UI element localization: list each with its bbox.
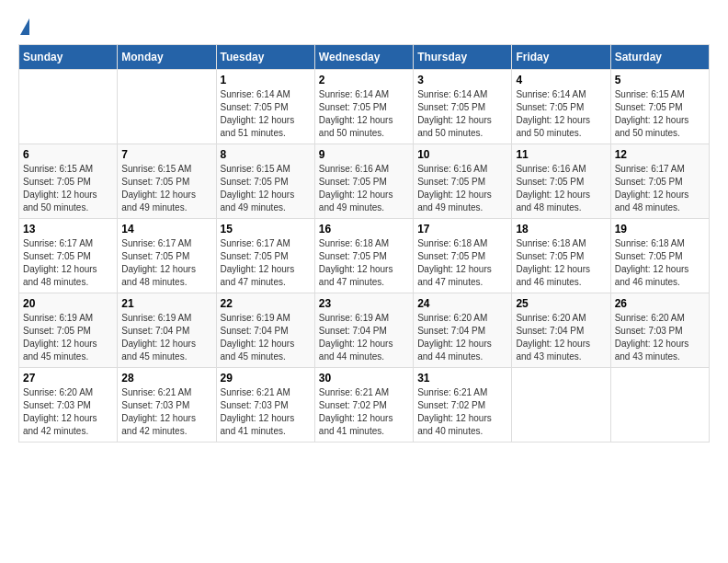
calendar-cell: 8Sunrise: 6:15 AMSunset: 7:05 PMDaylight… — [216, 144, 314, 219]
calendar-cell — [610, 368, 709, 442]
day-info: Sunrise: 6:17 AMSunset: 7:05 PMDaylight:… — [615, 163, 705, 214]
day-info: Sunrise: 6:18 AMSunset: 7:05 PMDaylight:… — [417, 237, 507, 289]
day-info: Sunrise: 6:21 AMSunset: 7:03 PMDaylight:… — [121, 386, 211, 438]
day-number: 15 — [221, 223, 311, 236]
day-info: Sunrise: 6:15 AMSunset: 7:05 PMDaylight:… — [23, 163, 113, 214]
day-info: Sunrise: 6:20 AMSunset: 7:04 PMDaylight:… — [417, 312, 507, 363]
day-info: Sunrise: 6:16 AMSunset: 7:05 PMDaylight:… — [417, 163, 507, 214]
calendar-cell — [19, 70, 118, 144]
calendar-cell: 11Sunrise: 6:16 AMSunset: 7:05 PMDayligh… — [512, 144, 610, 219]
day-number: 23 — [319, 297, 409, 310]
weekday-header: Monday — [118, 45, 216, 70]
calendar-cell: 14Sunrise: 6:17 AMSunset: 7:05 PMDayligh… — [118, 219, 216, 293]
day-number: 25 — [516, 297, 606, 310]
day-info: Sunrise: 6:17 AMSunset: 7:05 PMDaylight:… — [23, 237, 113, 289]
calendar-cell: 4Sunrise: 6:14 AMSunset: 7:05 PMDaylight… — [512, 70, 610, 144]
day-number: 21 — [121, 297, 211, 310]
calendar-week-row: 27Sunrise: 6:20 AMSunset: 7:03 PMDayligh… — [19, 368, 710, 442]
weekday-header: Sunday — [19, 45, 118, 70]
day-info: Sunrise: 6:18 AMSunset: 7:05 PMDaylight:… — [516, 237, 606, 289]
weekday-header: Saturday — [610, 45, 709, 70]
day-number: 3 — [417, 74, 507, 86]
day-info: Sunrise: 6:16 AMSunset: 7:05 PMDaylight:… — [319, 163, 409, 214]
day-info: Sunrise: 6:15 AMSunset: 7:05 PMDaylight:… — [221, 163, 311, 214]
weekday-header: Friday — [512, 45, 610, 70]
calendar-cell: 5Sunrise: 6:15 AMSunset: 7:05 PMDaylight… — [610, 70, 709, 144]
day-info: Sunrise: 6:20 AMSunset: 7:03 PMDaylight:… — [615, 312, 705, 363]
day-number: 12 — [615, 148, 705, 161]
day-number: 17 — [417, 223, 507, 236]
day-info: Sunrise: 6:14 AMSunset: 7:05 PMDaylight:… — [417, 88, 507, 140]
calendar-cell: 19Sunrise: 6:18 AMSunset: 7:05 PMDayligh… — [610, 219, 709, 293]
day-number: 27 — [23, 372, 113, 385]
day-number: 30 — [319, 372, 409, 385]
day-info: Sunrise: 6:20 AMSunset: 7:03 PMDaylight:… — [23, 386, 113, 438]
logo — [18, 18, 29, 35]
calendar-cell: 30Sunrise: 6:21 AMSunset: 7:02 PMDayligh… — [314, 368, 413, 442]
day-info: Sunrise: 6:17 AMSunset: 7:05 PMDaylight:… — [221, 237, 311, 289]
day-info: Sunrise: 6:19 AMSunset: 7:05 PMDaylight:… — [23, 312, 113, 363]
calendar-cell: 22Sunrise: 6:19 AMSunset: 7:04 PMDayligh… — [216, 293, 314, 368]
calendar-cell: 16Sunrise: 6:18 AMSunset: 7:05 PMDayligh… — [314, 219, 413, 293]
day-info: Sunrise: 6:21 AMSunset: 7:03 PMDaylight:… — [221, 386, 311, 438]
calendar-cell: 25Sunrise: 6:20 AMSunset: 7:04 PMDayligh… — [512, 293, 610, 368]
day-info: Sunrise: 6:15 AMSunset: 7:05 PMDaylight:… — [615, 88, 705, 140]
calendar-cell: 10Sunrise: 6:16 AMSunset: 7:05 PMDayligh… — [414, 144, 512, 219]
day-number: 20 — [23, 297, 113, 310]
calendar-cell: 17Sunrise: 6:18 AMSunset: 7:05 PMDayligh… — [414, 219, 512, 293]
calendar-header-row: SundayMondayTuesdayWednesdayThursdayFrid… — [19, 45, 710, 70]
day-number: 11 — [516, 148, 606, 161]
day-number: 13 — [23, 223, 113, 236]
calendar-week-row: 6Sunrise: 6:15 AMSunset: 7:05 PMDaylight… — [19, 144, 710, 219]
calendar-cell: 21Sunrise: 6:19 AMSunset: 7:04 PMDayligh… — [118, 293, 216, 368]
day-number: 8 — [221, 148, 311, 161]
weekday-header: Tuesday — [216, 45, 314, 70]
day-info: Sunrise: 6:19 AMSunset: 7:04 PMDaylight:… — [319, 312, 409, 363]
day-info: Sunrise: 6:18 AMSunset: 7:05 PMDaylight:… — [319, 237, 409, 289]
calendar-cell: 9Sunrise: 6:16 AMSunset: 7:05 PMDaylight… — [314, 144, 413, 219]
day-info: Sunrise: 6:15 AMSunset: 7:05 PMDaylight:… — [121, 163, 211, 214]
calendar-cell: 23Sunrise: 6:19 AMSunset: 7:04 PMDayligh… — [314, 293, 413, 368]
day-info: Sunrise: 6:14 AMSunset: 7:05 PMDaylight:… — [221, 88, 311, 140]
calendar-cell: 29Sunrise: 6:21 AMSunset: 7:03 PMDayligh… — [216, 368, 314, 442]
calendar-cell: 28Sunrise: 6:21 AMSunset: 7:03 PMDayligh… — [118, 368, 216, 442]
weekday-header: Thursday — [414, 45, 512, 70]
calendar-cell: 15Sunrise: 6:17 AMSunset: 7:05 PMDayligh… — [216, 219, 314, 293]
calendar-week-row: 20Sunrise: 6:19 AMSunset: 7:05 PMDayligh… — [19, 293, 710, 368]
day-number: 10 — [417, 148, 507, 161]
day-info: Sunrise: 6:17 AMSunset: 7:05 PMDaylight:… — [121, 237, 211, 289]
calendar-cell: 20Sunrise: 6:19 AMSunset: 7:05 PMDayligh… — [19, 293, 118, 368]
day-number: 1 — [221, 74, 311, 86]
calendar-cell: 1Sunrise: 6:14 AMSunset: 7:05 PMDaylight… — [216, 70, 314, 144]
calendar-week-row: 1Sunrise: 6:14 AMSunset: 7:05 PMDaylight… — [19, 70, 710, 144]
calendar-cell: 18Sunrise: 6:18 AMSunset: 7:05 PMDayligh… — [512, 219, 610, 293]
day-info: Sunrise: 6:16 AMSunset: 7:05 PMDaylight:… — [516, 163, 606, 214]
weekday-header: Wednesday — [314, 45, 413, 70]
calendar-cell — [512, 368, 610, 442]
calendar-cell: 7Sunrise: 6:15 AMSunset: 7:05 PMDaylight… — [118, 144, 216, 219]
day-number: 24 — [417, 297, 507, 310]
day-info: Sunrise: 6:21 AMSunset: 7:02 PMDaylight:… — [417, 386, 507, 438]
calendar-cell — [118, 70, 216, 144]
day-number: 16 — [319, 223, 409, 236]
day-number: 28 — [121, 372, 211, 385]
calendar-cell: 12Sunrise: 6:17 AMSunset: 7:05 PMDayligh… — [610, 144, 709, 219]
day-number: 4 — [516, 74, 606, 86]
calendar-cell: 6Sunrise: 6:15 AMSunset: 7:05 PMDaylight… — [19, 144, 118, 219]
logo-triangle-icon — [20, 18, 29, 35]
day-number: 5 — [615, 74, 705, 86]
day-info: Sunrise: 6:20 AMSunset: 7:04 PMDaylight:… — [516, 312, 606, 363]
day-number: 14 — [121, 223, 211, 236]
day-info: Sunrise: 6:21 AMSunset: 7:02 PMDaylight:… — [319, 386, 409, 438]
day-number: 19 — [615, 223, 705, 236]
day-number: 6 — [23, 148, 113, 161]
day-number: 2 — [319, 74, 409, 86]
page-header — [18, 18, 710, 35]
calendar-cell: 26Sunrise: 6:20 AMSunset: 7:03 PMDayligh… — [610, 293, 709, 368]
day-info: Sunrise: 6:19 AMSunset: 7:04 PMDaylight:… — [121, 312, 211, 363]
calendar-cell: 13Sunrise: 6:17 AMSunset: 7:05 PMDayligh… — [19, 219, 118, 293]
day-number: 29 — [221, 372, 311, 385]
calendar-cell: 2Sunrise: 6:14 AMSunset: 7:05 PMDaylight… — [314, 70, 413, 144]
calendar-week-row: 13Sunrise: 6:17 AMSunset: 7:05 PMDayligh… — [19, 219, 710, 293]
calendar-table: SundayMondayTuesdayWednesdayThursdayFrid… — [18, 44, 710, 442]
